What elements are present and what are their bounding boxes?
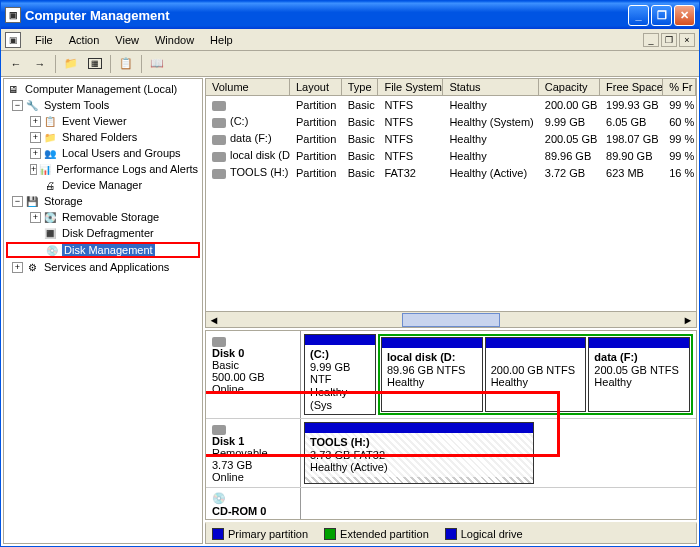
defrag-icon: 🔳 bbox=[43, 226, 57, 240]
expand-icon[interactable]: + bbox=[30, 148, 41, 159]
perf-icon: 📊 bbox=[39, 162, 51, 176]
tree-services[interactable]: + ⚙ Services and Applications bbox=[6, 259, 200, 275]
disk-icon bbox=[212, 337, 226, 347]
volume-icon bbox=[212, 135, 226, 145]
volume-header-row: Volume Layout Type File System Status Ca… bbox=[206, 79, 696, 96]
tree-removable-storage[interactable]: + 💽 Removable Storage bbox=[6, 209, 200, 225]
close-button[interactable]: ✕ bbox=[674, 5, 695, 26]
disk-row-cdrom[interactable]: 💿CD-ROM 0 DVD (G:) bbox=[206, 488, 696, 520]
up-button[interactable]: 📁 bbox=[60, 53, 82, 75]
device-icon: 🖨 bbox=[43, 178, 57, 192]
window-title: Computer Management bbox=[25, 8, 628, 23]
storage-icon: 💾 bbox=[25, 194, 39, 208]
volume-icon bbox=[212, 169, 226, 179]
mdi-close-button[interactable]: × bbox=[679, 33, 695, 47]
partition-f[interactable]: data (F:)200.05 GB NTFSHealthy bbox=[588, 337, 690, 412]
primary-swatch bbox=[212, 528, 224, 540]
expand-icon[interactable]: + bbox=[30, 116, 41, 127]
menubar: ▣ File Action View Window Help _ ❐ × bbox=[1, 29, 699, 51]
volume-body[interactable]: PartitionBasicNTFSHealthy200.00 GB199.93… bbox=[206, 96, 696, 311]
extended-swatch bbox=[324, 528, 336, 540]
show-hide-button[interactable]: ▦ bbox=[84, 53, 106, 75]
collapse-icon[interactable]: − bbox=[12, 196, 23, 207]
tree-root[interactable]: 🖥 Computer Management (Local) bbox=[6, 81, 200, 97]
volume-icon bbox=[212, 118, 226, 128]
menu-file[interactable]: File bbox=[27, 32, 61, 48]
menu-view[interactable]: View bbox=[107, 32, 147, 48]
titlebar[interactable]: ▣ Computer Management _ ❐ ✕ bbox=[1, 1, 699, 29]
disk1-info: Disk 1 Removable 3.73 GB Online bbox=[206, 419, 301, 487]
volume-list[interactable]: Volume Layout Type File System Status Ca… bbox=[205, 78, 697, 328]
partition-d[interactable]: local disk (D:89.96 GB NTFSHealthy bbox=[381, 337, 483, 412]
tools-icon: 🔧 bbox=[25, 98, 39, 112]
col-fs[interactable]: File System bbox=[378, 79, 443, 95]
properties-button[interactable]: 📋 bbox=[115, 53, 137, 75]
back-button[interactable]: ← bbox=[5, 53, 27, 75]
col-capacity[interactable]: Capacity bbox=[539, 79, 600, 95]
legend: Primary partition Extended partition Log… bbox=[205, 522, 697, 544]
legend-primary: Primary partition bbox=[212, 528, 308, 540]
cdrom-icon: 💿 bbox=[212, 492, 226, 504]
tree-perf-logs[interactable]: + 📊 Performance Logs and Alerts bbox=[6, 161, 200, 177]
tree-system-tools[interactable]: − 🔧 System Tools bbox=[6, 97, 200, 113]
col-volume[interactable]: Volume bbox=[206, 79, 290, 95]
tree-disk-defrag[interactable]: 🔳 Disk Defragmenter bbox=[6, 225, 200, 241]
computer-icon: 🖥 bbox=[6, 82, 20, 96]
forward-button[interactable]: → bbox=[29, 53, 51, 75]
tree-pane[interactable]: 🖥 Computer Management (Local) − 🔧 System… bbox=[3, 78, 203, 544]
mdi-icon: ▣ bbox=[5, 32, 21, 48]
expand-icon[interactable]: + bbox=[30, 164, 37, 175]
maximize-button[interactable]: ❐ bbox=[651, 5, 672, 26]
services-icon: ⚙ bbox=[25, 260, 39, 274]
tree-storage[interactable]: − 💾 Storage bbox=[6, 193, 200, 209]
tree-device-manager[interactable]: 🖨 Device Manager bbox=[6, 177, 200, 193]
partition-unnamed[interactable]: 200.00 GB NTFSHealthy bbox=[485, 337, 587, 412]
users-icon: 👥 bbox=[43, 146, 57, 160]
legend-extended: Extended partition bbox=[324, 528, 429, 540]
volume-row[interactable]: PartitionBasicNTFSHealthy200.00 GB199.93… bbox=[206, 96, 696, 113]
menu-window[interactable]: Window bbox=[147, 32, 202, 48]
folder-icon: 📁 bbox=[43, 130, 57, 144]
volume-icon bbox=[212, 101, 226, 111]
disk-row-0[interactable]: Disk 0 Basic 500.00 GB Online (C:)9.99 G… bbox=[206, 331, 696, 419]
col-pct[interactable]: % Fr bbox=[663, 79, 696, 95]
volume-icon bbox=[212, 152, 226, 162]
toolbar: ← → 📁 ▦ 📋 📖 bbox=[1, 51, 699, 77]
volume-row[interactable]: data (F:)PartitionBasicNTFSHealthy200.05… bbox=[206, 130, 696, 147]
disk-mgmt-icon: 💿 bbox=[45, 243, 59, 257]
volume-row[interactable]: TOOLS (H:)PartitionBasicFAT32Healthy (Ac… bbox=[206, 164, 696, 181]
cdrom-info: 💿CD-ROM 0 DVD (G:) bbox=[206, 488, 301, 520]
extended-partition[interactable]: local disk (D:89.96 GB NTFSHealthy 200.0… bbox=[378, 334, 693, 415]
col-type[interactable]: Type bbox=[342, 79, 379, 95]
horizontal-scrollbar[interactable]: ◄ ► bbox=[206, 311, 696, 327]
col-status[interactable]: Status bbox=[443, 79, 538, 95]
removable-icon: 💽 bbox=[43, 210, 57, 224]
col-layout[interactable]: Layout bbox=[290, 79, 342, 95]
scrollbar-thumb[interactable] bbox=[402, 313, 500, 327]
expand-icon[interactable]: + bbox=[30, 212, 41, 223]
disk-map[interactable]: Disk 0 Basic 500.00 GB Online (C:)9.99 G… bbox=[205, 330, 697, 520]
computer-management-window: ▣ Computer Management _ ❐ ✕ ▣ File Actio… bbox=[0, 0, 700, 547]
expand-icon[interactable]: + bbox=[12, 262, 23, 273]
legend-logical: Logical drive bbox=[445, 528, 523, 540]
tree-disk-management[interactable]: 💿 Disk Management bbox=[6, 242, 200, 258]
expand-icon[interactable]: + bbox=[30, 132, 41, 143]
help-button[interactable]: 📖 bbox=[146, 53, 168, 75]
partition-c[interactable]: (C:)9.99 GB NTFHealthy (Sys bbox=[304, 334, 376, 415]
partition-h[interactable]: TOOLS (H:)3.73 GB FAT32Healthy (Active) bbox=[304, 422, 534, 484]
minimize-button[interactable]: _ bbox=[628, 5, 649, 26]
menu-action[interactable]: Action bbox=[61, 32, 108, 48]
tree-event-viewer[interactable]: + 📋 Event Viewer bbox=[6, 113, 200, 129]
tree-local-users[interactable]: + 👥 Local Users and Groups bbox=[6, 145, 200, 161]
tree-shared-folders[interactable]: + 📁 Shared Folders bbox=[6, 129, 200, 145]
col-free[interactable]: Free Space bbox=[600, 79, 663, 95]
volume-row[interactable]: local disk (D:)PartitionBasicNTFSHealthy… bbox=[206, 147, 696, 164]
logical-swatch bbox=[445, 528, 457, 540]
mdi-minimize-button[interactable]: _ bbox=[643, 33, 659, 47]
disk-row-1[interactable]: Disk 1 Removable 3.73 GB Online TOOLS (H… bbox=[206, 419, 696, 488]
volume-row[interactable]: (C:)PartitionBasicNTFSHealthy (System)9.… bbox=[206, 113, 696, 130]
mdi-restore-button[interactable]: ❐ bbox=[661, 33, 677, 47]
collapse-icon[interactable]: − bbox=[12, 100, 23, 111]
event-icon: 📋 bbox=[43, 114, 57, 128]
menu-help[interactable]: Help bbox=[202, 32, 241, 48]
